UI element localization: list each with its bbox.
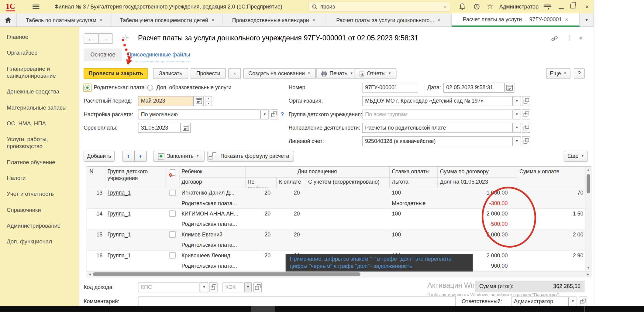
spinner-up-icon[interactable]: ▲ [205, 97, 212, 102]
col-header-child[interactable]: Ребенок [179, 167, 245, 177]
date-calendar-button[interactable] [504, 83, 514, 93]
global-search-input[interactable]: произ × [308, 2, 450, 12]
scroll-up-icon[interactable]: ▲ [586, 168, 591, 173]
tab-tabeli-poseshchaemosti[interactable]: Табели учета посещаемости детей× [112, 13, 222, 27]
col-header-to-pay[interactable]: К оплате [277, 177, 306, 187]
doc-tab-attached-files-link[interactable]: Присоединенные файлы [127, 49, 190, 62]
close-document-icon[interactable]: × [579, 34, 582, 41]
cell-group-link[interactable]: Группа_1 [108, 250, 164, 260]
restore-button[interactable] [570, 4, 576, 8]
move-up-button[interactable] [122, 151, 135, 162]
number-input[interactable]: 97ГУ-000001 [362, 83, 418, 93]
responsible-open-button[interactable] [579, 297, 587, 307]
add-row-button[interactable]: Добавить [84, 151, 115, 162]
period-spinner[interactable]: ▲ ▼ [205, 96, 212, 106]
account-input[interactable]: 925040328 (в казначействе) [362, 136, 513, 146]
row-checkbox[interactable] [169, 210, 176, 217]
show-formula-button[interactable]: Показать формулу расчета [207, 151, 294, 162]
sidebar-item-materialnye[interactable]: Материальные запасы [7, 104, 71, 111]
sidebar-item-uchet[interactable]: Учет и отчетность [7, 190, 71, 197]
account-dropdown-button[interactable]: ▼ [513, 136, 521, 146]
fill-button[interactable]: Заполнить▼ [153, 151, 205, 162]
help-button[interactable]: ? [574, 68, 585, 79]
sidebar-item-spravochniki[interactable]: Справочники [7, 206, 71, 213]
forward-button[interactable]: → [98, 33, 113, 44]
period-input[interactable]: Май 2023 [138, 96, 194, 106]
period-calendar-button[interactable] [194, 96, 204, 106]
due-date-input[interactable]: 31.05.2023 [138, 123, 181, 133]
get-link-icon[interactable] [551, 36, 558, 42]
create-based-on-button[interactable]: Создать на основании▼ [243, 68, 316, 79]
organization-dropdown-button[interactable]: ▼ [513, 96, 521, 106]
radio-extra-edu[interactable] [147, 85, 153, 90]
cell-group-link[interactable]: Группа_1 [108, 188, 164, 198]
group-input[interactable]: По всем группам [362, 110, 513, 120]
cell-group-link[interactable]: Группа_1 [108, 209, 164, 219]
col-header-contract-sum[interactable]: Сумма по договору [437, 167, 517, 177]
notifications-bell-icon[interactable] [459, 3, 466, 10]
kps-input[interactable]: КПС [138, 282, 200, 292]
col-header-contract[interactable]: Договор [179, 177, 245, 187]
due-date-calendar-button[interactable] [181, 123, 191, 133]
activity-input[interactable]: Расчеты по родительской плате [362, 123, 513, 133]
close-window-button[interactable]: × [584, 0, 591, 13]
tab-raschet-platy-document[interactable]: Расчет платы за услуги ... 97ГУ-000001× [452, 13, 580, 27]
calc-setting-dropdown-button[interactable]: ▼ [260, 110, 269, 120]
sidebar-item-platnoe[interactable]: Платное обучение [7, 159, 71, 166]
vertical-scroll-thumb[interactable] [587, 174, 590, 193]
print-button[interactable]: Печать▼ [316, 68, 358, 79]
col-header-total-due[interactable]: Сумма к оплате [517, 167, 585, 188]
post-settings-button[interactable] [228, 68, 241, 79]
date-input[interactable]: 02.05.2023 9:58:31 [443, 83, 505, 93]
comment-input[interactable] [138, 297, 456, 307]
sidebar-item-uslugi[interactable]: Услуги, работы, производство [7, 136, 71, 150]
activity-open-button[interactable] [522, 123, 530, 133]
kps-dropdown-button[interactable]: ▼ [200, 282, 208, 292]
group-open-button[interactable] [522, 110, 530, 120]
scroll-down-icon[interactable]: ▼ [586, 265, 591, 270]
kek-dropdown-button[interactable]: ▼ [244, 282, 252, 292]
tab-close-icon[interactable]: × [565, 16, 568, 22]
sidebar-item-nalogi[interactable]: Налоги [7, 175, 71, 181]
horizontal-scroll-thumb[interactable] [93, 272, 360, 276]
sidebar-item-dop-funkcional[interactable]: Доп. функционал [7, 238, 71, 245]
group-dropdown-button[interactable]: ▼ [513, 110, 521, 120]
row-checkbox[interactable] [169, 252, 176, 259]
cell-group-link[interactable]: Группа_1 [108, 229, 164, 239]
account-open-button[interactable] [522, 136, 530, 146]
save-button[interactable]: Записать [153, 68, 188, 79]
more-actions-icon[interactable]: ⋮ [566, 34, 572, 41]
radio-parent-fee[interactable] [84, 85, 90, 90]
calc-setting-help-link[interactable]: ? [281, 110, 284, 120]
more-button[interactable]: Еще▼ [546, 68, 570, 79]
sidebar-item-organaizer[interactable]: Органайзер [7, 49, 71, 56]
scroll-right-icon[interactable]: ► [586, 272, 590, 277]
tab-raschet-platy-list[interactable]: Расчет платы за услуги дошкольного...× [325, 13, 452, 27]
row-checkbox[interactable] [169, 231, 176, 238]
responsible-input[interactable]: Администратор [511, 297, 569, 307]
kek-open-button[interactable] [253, 282, 262, 292]
col-header-debt[interactable]: Долг на 01.05.2023 [437, 177, 517, 187]
taskbar-active-app[interactable] [251, 306, 275, 312]
tab-close-icon[interactable]: × [100, 17, 103, 23]
move-down-button[interactable] [134, 151, 147, 162]
post-button[interactable]: Провести [191, 68, 226, 79]
history-icon[interactable] [474, 3, 480, 10]
tabs-overflow-dropdown[interactable]: ▼ [580, 13, 594, 27]
favorites-star-icon[interactable]: ☆ [487, 0, 493, 13]
kek-input[interactable]: КЭК [222, 282, 244, 292]
tab-proizvodstvennye-kalendari[interactable]: Производственные календари× [222, 13, 325, 27]
col-header-group[interactable]: Группа детского учреждения [105, 167, 166, 188]
col-header-rate[interactable]: Ставка оплаты [389, 167, 437, 177]
minimize-button[interactable] [559, 8, 564, 9]
col-header-adjusted[interactable]: С учетом (скорректировано) [306, 177, 389, 187]
tab-tabel-platnye[interactable]: Табель по платным услугам× [17, 13, 112, 27]
col-header-attention[interactable] [166, 167, 179, 188]
doc-tab-main[interactable]: Основное [84, 49, 122, 61]
kps-open-button[interactable] [209, 282, 218, 292]
sidebar-item-administrirovanie[interactable]: Администрирование [7, 222, 71, 229]
sidebar-item-planirovanie[interactable]: Планирование и санкционирование [7, 65, 71, 80]
organization-open-button[interactable] [522, 96, 530, 106]
scroll-left-icon[interactable]: ◄ [88, 272, 92, 277]
calc-setting-input[interactable]: По умолчанию [138, 110, 260, 120]
